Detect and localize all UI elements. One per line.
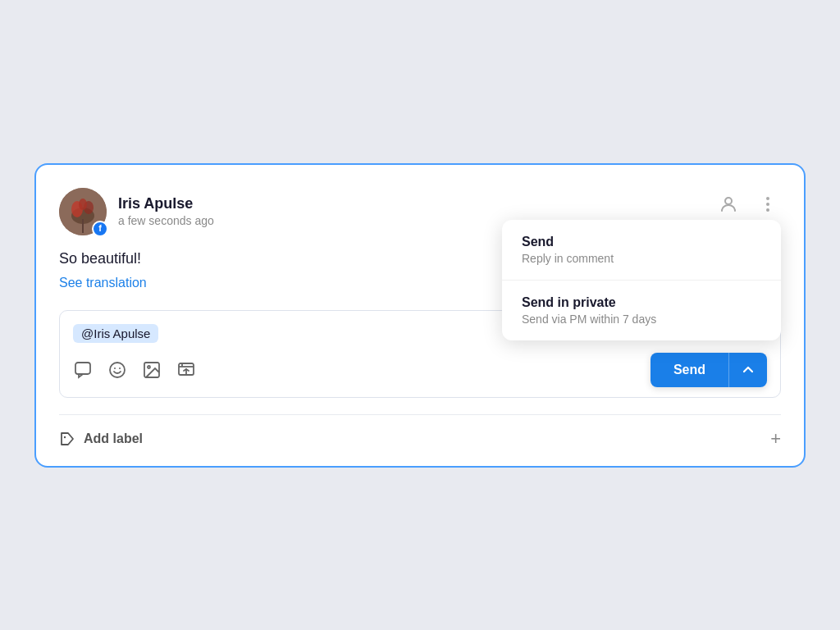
profile-button[interactable] — [715, 191, 742, 217]
add-label-text: Add label — [84, 431, 143, 446]
user-name: Iris Apulse — [118, 195, 214, 212]
svg-point-15 — [148, 366, 150, 368]
svg-point-7 — [766, 197, 769, 200]
send-private-desc: Send via PM within 7 days — [522, 313, 761, 326]
add-label-row: Add label + — [59, 428, 781, 450]
image-icon[interactable] — [142, 360, 162, 380]
section-divider — [59, 414, 781, 415]
send-option-desc: Reply in comment — [522, 252, 761, 265]
svg-point-4 — [79, 199, 87, 210]
svg-point-9 — [766, 208, 769, 212]
reply-toolbar: Send — [73, 353, 767, 387]
send-dropdown: Send Reply in comment Send in private Se… — [502, 220, 781, 340]
send-private-option[interactable]: Send in private Send via PM within 7 day… — [502, 281, 781, 340]
add-label-button[interactable]: Add label — [59, 431, 143, 447]
post-card: f Iris Apulse a few seconds ago — [34, 163, 806, 468]
link-preview-icon[interactable] — [176, 360, 196, 380]
emoji-icon[interactable] — [107, 360, 127, 380]
send-button-group: Send — [651, 353, 767, 387]
svg-point-13 — [119, 368, 121, 369]
send-reply-option[interactable]: Send Reply in comment — [502, 220, 781, 280]
svg-rect-10 — [75, 363, 90, 374]
send-private-title: Send in private — [522, 295, 761, 310]
mention-tag[interactable]: @Iris Apulse — [73, 324, 158, 343]
facebook-badge: f — [92, 221, 108, 237]
svg-point-20 — [64, 436, 66, 437]
reply-area-wrapper: Send Reply in comment Send in private Se… — [59, 310, 781, 398]
label-icon — [59, 431, 75, 447]
header-actions — [715, 191, 781, 217]
user-info: Iris Apulse a few seconds ago — [118, 195, 214, 227]
see-translation-link[interactable]: See translation — [59, 276, 147, 290]
svg-point-6 — [725, 198, 732, 204]
more-options-button[interactable] — [755, 191, 781, 217]
svg-point-11 — [110, 363, 125, 377]
svg-point-12 — [114, 368, 116, 369]
send-option-title: Send — [522, 235, 761, 249]
speech-bubble-icon[interactable] — [73, 360, 93, 380]
avatar-container: f — [59, 188, 107, 235]
send-dropdown-toggle[interactable] — [728, 353, 767, 387]
add-label-plus[interactable]: + — [770, 428, 781, 450]
header-left: f Iris Apulse a few seconds ago — [59, 188, 214, 235]
post-time: a few seconds ago — [118, 214, 214, 227]
send-button[interactable]: Send — [651, 353, 728, 387]
svg-point-8 — [766, 203, 769, 206]
toolbar-icons — [73, 360, 196, 380]
